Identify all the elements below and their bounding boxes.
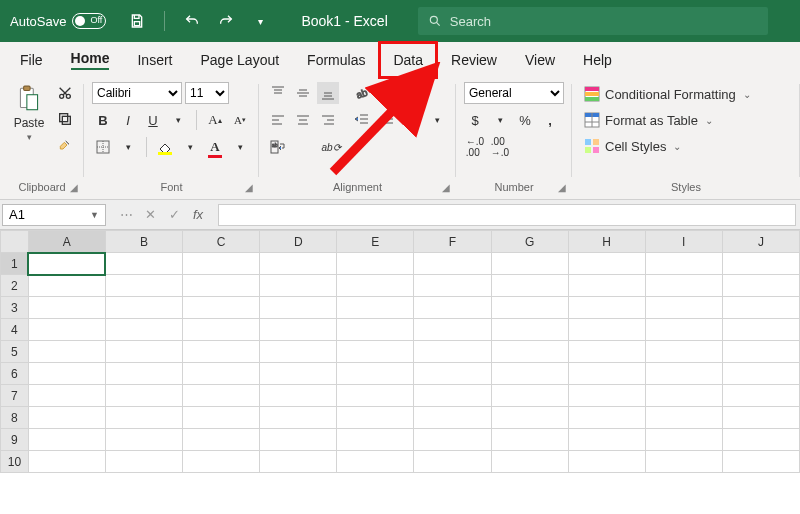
cell-I3[interactable] <box>645 297 722 319</box>
cell-F4[interactable] <box>414 319 491 341</box>
underline-dropdown-icon[interactable]: ▾ <box>167 109 189 131</box>
cell-H1[interactable] <box>568 253 645 275</box>
save-icon[interactable] <box>126 10 148 32</box>
format-painter-icon[interactable] <box>54 134 76 156</box>
cell-F9[interactable] <box>414 429 491 451</box>
enter-formula-icon[interactable]: ✓ <box>164 207 184 222</box>
undo-icon[interactable] <box>181 10 203 32</box>
cell-G3[interactable] <box>491 297 568 319</box>
cell-I7[interactable] <box>645 385 722 407</box>
cell-G9[interactable] <box>491 429 568 451</box>
cell-C6[interactable] <box>183 363 260 385</box>
cell-D10[interactable] <box>260 451 337 473</box>
launcher-icon[interactable]: ◢ <box>245 182 253 193</box>
cell-G7[interactable] <box>491 385 568 407</box>
col-header-E[interactable]: E <box>337 231 414 253</box>
tab-page-layout[interactable]: Page Layout <box>186 42 293 78</box>
cut-icon[interactable] <box>54 82 76 104</box>
cell-G5[interactable] <box>491 341 568 363</box>
decrease-indent-icon[interactable] <box>351 109 373 131</box>
borders-icon[interactable] <box>92 136 114 158</box>
cell-E5[interactable] <box>337 341 414 363</box>
col-header-C[interactable]: C <box>183 231 260 253</box>
cell-G1[interactable] <box>491 253 568 275</box>
comma-format-icon[interactable]: , <box>539 109 561 131</box>
align-center-icon[interactable] <box>292 109 314 131</box>
cell-E2[interactable] <box>337 275 414 297</box>
orientation-alt-icon[interactable]: ab⟳ <box>320 136 342 158</box>
font-size-combo[interactable]: 11 <box>185 82 229 104</box>
cell-D5[interactable] <box>260 341 337 363</box>
qat-customize-icon[interactable]: ▾ <box>249 10 271 32</box>
col-header-G[interactable]: G <box>491 231 568 253</box>
cell-F2[interactable] <box>414 275 491 297</box>
cell-E3[interactable] <box>337 297 414 319</box>
row-header-5[interactable]: 5 <box>1 341 29 363</box>
tab-review[interactable]: Review <box>437 42 511 78</box>
cell-F6[interactable] <box>414 363 491 385</box>
cell-D8[interactable] <box>260 407 337 429</box>
cell-J9[interactable] <box>722 429 799 451</box>
row-header-4[interactable]: 4 <box>1 319 29 341</box>
copy-icon[interactable] <box>54 108 76 130</box>
font-color-icon[interactable]: A <box>204 136 226 158</box>
cell-I8[interactable] <box>645 407 722 429</box>
cell-H7[interactable] <box>568 385 645 407</box>
cell-H10[interactable] <box>568 451 645 473</box>
cell-A9[interactable] <box>28 429 105 451</box>
launcher-icon[interactable]: ◢ <box>558 182 566 193</box>
cell-A1[interactable] <box>28 253 105 275</box>
align-middle-icon[interactable] <box>292 82 314 104</box>
orientation-dropdown-icon[interactable]: ▾ <box>376 82 398 104</box>
cell-J1[interactable] <box>722 253 799 275</box>
cell-B7[interactable] <box>105 385 182 407</box>
cell-I10[interactable] <box>645 451 722 473</box>
accounting-format-icon[interactable]: $ <box>464 109 486 131</box>
row-header-3[interactable]: 3 <box>1 297 29 319</box>
cell-J4[interactable] <box>722 319 799 341</box>
cell-J8[interactable] <box>722 407 799 429</box>
cell-E7[interactable] <box>337 385 414 407</box>
cell-E4[interactable] <box>337 319 414 341</box>
cell-J5[interactable] <box>722 341 799 363</box>
cell-C2[interactable] <box>183 275 260 297</box>
cell-F8[interactable] <box>414 407 491 429</box>
cell-H9[interactable] <box>568 429 645 451</box>
row-header-10[interactable]: 10 <box>1 451 29 473</box>
cell-H3[interactable] <box>568 297 645 319</box>
cell-B3[interactable] <box>105 297 182 319</box>
cell-J6[interactable] <box>722 363 799 385</box>
paste-button[interactable]: Paste ▾ <box>8 82 50 142</box>
cell-A6[interactable] <box>28 363 105 385</box>
select-all-corner[interactable] <box>1 231 29 253</box>
autosave-toggle[interactable]: AutoSave Off <box>0 13 116 29</box>
align-left-icon[interactable] <box>267 109 289 131</box>
cell-H6[interactable] <box>568 363 645 385</box>
launcher-icon[interactable]: ◢ <box>442 182 450 193</box>
col-header-H[interactable]: H <box>568 231 645 253</box>
row-header-7[interactable]: 7 <box>1 385 29 407</box>
cell-B5[interactable] <box>105 341 182 363</box>
orientation-icon[interactable]: ab <box>351 82 373 104</box>
fill-dropdown-icon[interactable]: ▾ <box>179 136 201 158</box>
cell-C7[interactable] <box>183 385 260 407</box>
cell-C1[interactable] <box>183 253 260 275</box>
cell-J3[interactable] <box>722 297 799 319</box>
cell-C3[interactable] <box>183 297 260 319</box>
font-name-combo[interactable]: Calibri <box>92 82 182 104</box>
name-box[interactable]: A1 ▼ <box>2 204 106 226</box>
row-header-8[interactable]: 8 <box>1 407 29 429</box>
shrink-font-icon[interactable]: A▾ <box>229 109 251 131</box>
spreadsheet-grid[interactable]: ABCDEFGHIJ12345678910 <box>0 230 800 473</box>
cell-B6[interactable] <box>105 363 182 385</box>
cell-G2[interactable] <box>491 275 568 297</box>
col-header-D[interactable]: D <box>260 231 337 253</box>
row-header-6[interactable]: 6 <box>1 363 29 385</box>
cell-F7[interactable] <box>414 385 491 407</box>
format-as-table-button[interactable]: Format as Table⌄ <box>580 108 717 132</box>
cell-D6[interactable] <box>260 363 337 385</box>
cell-B1[interactable] <box>105 253 182 275</box>
tab-insert[interactable]: Insert <box>123 42 186 78</box>
cell-A3[interactable] <box>28 297 105 319</box>
grow-font-icon[interactable]: A▴ <box>204 109 226 131</box>
